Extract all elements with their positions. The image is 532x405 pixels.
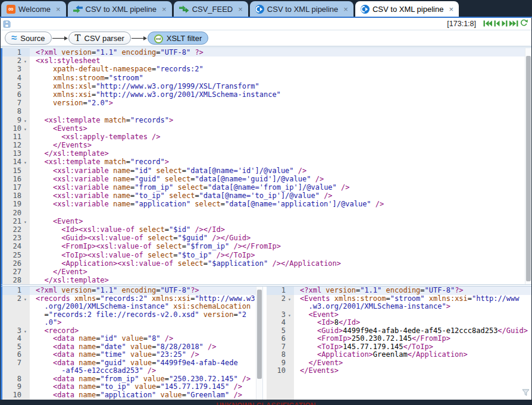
code-line[interactable]: <ToIp><xsl:value-of select="$to_ip" /></… <box>30 251 531 259</box>
tab-label: Welcome <box>18 5 51 14</box>
tab-csv-to-xml-pipeline[interactable]: CSV to XML pipeline× <box>355 1 459 17</box>
code-line[interactable]: xpath-default-namespace="records:2" <box>30 65 531 73</box>
code-line[interactable]: <Guid><xsl:value-of select="$guid" /></G… <box>30 234 531 242</box>
code-line[interactable]: <data name="time" value="23:25" /> <box>30 351 262 359</box>
step-first-button[interactable] <box>483 20 492 27</box>
gutter-line: 19 <box>2 200 30 208</box>
code-line[interactable]: -af45-e12ccc8ad253" /> <box>30 367 262 375</box>
vertical-pane-divider[interactable] <box>262 287 267 400</box>
code-line[interactable]: <xsl:variable name="id" select="data[@na… <box>30 167 531 175</box>
gutter-line: 8 <box>2 375 30 384</box>
close-icon[interactable]: × <box>449 5 453 13</box>
close-icon[interactable]: × <box>343 5 348 13</box>
fold-arrow-icon[interactable]: ▾ <box>21 296 29 304</box>
code-line[interactable]: <?xml version="1.1" encoding="UTF-8" ?> <box>30 48 531 56</box>
code-line[interactable]: <Events xmlns:stroom="stroom" xmlns:xsi=… <box>294 295 531 303</box>
xslt-editor-scrollbar[interactable] <box>525 48 531 284</box>
code-line[interactable]: <Id><xsl:value-of select="$id" /></Id> <box>30 225 531 234</box>
gutter-line: 15 <box>2 167 30 175</box>
fold-arrow-icon[interactable]: ▾ <box>21 328 29 336</box>
step-forward-button[interactable] <box>502 20 508 27</box>
step-location: [173:1:8] <box>447 20 476 28</box>
code-line[interactable]: <xsl:template match="records"> <box>30 116 531 124</box>
code-line[interactable]: </Events> <box>30 141 531 149</box>
code-line[interactable]: <xsl:variable name="to_ip" select="data[… <box>30 191 531 200</box>
tab-csv-to-xml-pipeline[interactable]: CSV to XML pipeline× <box>68 1 172 17</box>
code-line[interactable]: <Event> <box>294 311 531 319</box>
code-line[interactable]: <xsl:variable name="from_ip" select="dat… <box>30 183 531 191</box>
gutter-line <box>2 311 30 319</box>
fold-arrow-icon[interactable]: ▾ <box>286 312 293 320</box>
tab-welcome[interactable]: ∞Welcome× <box>1 1 66 17</box>
pipeline-element-xslt-filter[interactable]: xslXSLT filter <box>148 32 208 45</box>
tab-csv-to-xml-pipeline[interactable]: CSV to XML pipeline× <box>250 1 353 17</box>
tab-csv-feed[interactable]: CSV_FEED× <box>174 1 248 17</box>
xslt-editor[interactable]: 12▾3456789▾10▾11121314▾15161718192021▾22… <box>1 48 531 284</box>
code-line[interactable]: xmlns:xsi="http://www.w3.org/2001/XMLSch… <box>30 90 531 99</box>
output-data-editor[interactable]: 12▾3▾45678910 <?xml version="1.1" encodi… <box>267 287 531 400</box>
code-line[interactable]: </Event> <box>294 359 531 368</box>
input-editor-code[interactable]: <?xml version="1.1" encoding="UTF-8"?><r… <box>30 287 262 400</box>
code-line[interactable]: <records xmlns="records:2" xmlns:xsi="ht… <box>30 295 262 303</box>
code-line[interactable]: <data name="from_ip" value="250.230.72.1… <box>30 375 262 384</box>
source-icon: ≈ <box>11 34 17 43</box>
code-line[interactable]: ="records:2 file://records-v2.0.xsd" ver… <box>30 311 262 319</box>
code-line[interactable]: .w3.org/2001/XMLSchema-instance"> <box>294 303 531 311</box>
code-line[interactable]: <xsl:template match="record"> <box>30 158 531 166</box>
step-last-button[interactable] <box>509 20 518 27</box>
code-line[interactable]: <Event> <box>30 217 531 225</box>
fold-arrow-icon[interactable]: ▾ <box>286 296 293 304</box>
code-line[interactable]: <ToIp>145.77.179.145</ToIp> <box>294 343 531 351</box>
code-line[interactable]: </xsl:template> <box>30 276 531 284</box>
code-line[interactable]: <data name="id" value="8" /> <box>30 335 262 343</box>
code-line[interactable]: <record> <box>30 327 262 335</box>
code-line[interactable]: <Application><xsl:value-of select="$appl… <box>30 259 531 268</box>
code-line[interactable]: <xsl:stylesheet <box>30 56 531 65</box>
code-line[interactable]: <data name="date" value="8/28/2018" /> <box>30 343 262 351</box>
code-line[interactable]: xmlns:xsl="http://www.w3.org/1999/XSL/Tr… <box>30 82 531 90</box>
code-line[interactable]: </Events> <box>294 367 531 375</box>
gutter-line: 6 <box>2 351 30 359</box>
code-line[interactable]: <FromIp><xsl:value-of select="$from_ip" … <box>30 242 531 250</box>
output-editor-code[interactable]: <?xml version="1.1" encoding="UTF-8"?><E… <box>294 287 531 400</box>
input-editor-scrollbar[interactable] <box>256 287 262 400</box>
code-line[interactable]: <Events> <box>30 124 531 133</box>
code-line[interactable]: <?xml version="1.1" encoding="UTF-8"?> <box>294 287 531 295</box>
close-icon[interactable]: × <box>238 5 243 13</box>
gutter-line: 4 <box>267 319 294 327</box>
code-line[interactable]: <Application>Greenlam</Application> <box>294 351 531 359</box>
save-button[interactable] <box>3 20 11 28</box>
scrollbar-thumb[interactable] <box>257 290 262 379</box>
code-line[interactable]: <xsl:variable name="guid" select="data[@… <box>30 175 531 183</box>
input-data-editor[interactable]: 12▾3▾45678910 <?xml version="1.1" encodi… <box>1 287 262 400</box>
pipeline-element-csv-parser[interactable]: TCSV parser <box>68 32 131 45</box>
code-line[interactable]: <xsl:apply-templates /> <box>30 133 531 141</box>
code-line[interactable]: version="2.0"> <box>30 99 531 107</box>
gutter-line: 12 <box>2 141 30 149</box>
code-line[interactable]: .org/2001/XMLSchema-instance" xsi:schema… <box>30 303 262 311</box>
step-back-button[interactable] <box>494 20 500 27</box>
code-line[interactable]: </Event> <box>30 268 531 276</box>
close-icon[interactable]: × <box>162 5 167 13</box>
close-icon[interactable]: × <box>56 5 61 13</box>
code-line[interactable]: .0"> <box>30 319 262 327</box>
code-line[interactable]: <FromIp>250.230.72.145</FromIp> <box>294 335 531 343</box>
code-line[interactable]: <data name="to_ip" value="145.77.179.145… <box>30 383 262 391</box>
code-line[interactable]: <data name="guid" value="4499f9e4-afab-4… <box>30 359 262 368</box>
code-line[interactable]: <?xml version="1.1" encoding="UTF-8"?> <box>30 287 262 295</box>
xslt-editor-code[interactable]: <?xml version="1.1" encoding="UTF-8" ?><… <box>30 48 531 284</box>
gutter-line: 2▾ <box>2 295 30 303</box>
code-line[interactable] <box>30 209 531 217</box>
refresh-button[interactable] <box>520 19 528 27</box>
filter-icon[interactable] <box>522 389 530 398</box>
code-line[interactable]: </xsl:template> <box>30 149 531 158</box>
code-line[interactable]: <Guid>4499f9e4-afab-4ede-af45-e12ccc8ad2… <box>294 327 531 335</box>
code-line[interactable] <box>30 107 531 115</box>
code-line[interactable]: xmlns:stroom="stroom" <box>30 74 531 82</box>
code-line[interactable]: <data name="application" value="Greenlam… <box>30 391 262 400</box>
pipeline-element-label: CSV parser <box>85 34 124 43</box>
pipeline-element-source[interactable]: ≈Source <box>5 32 52 45</box>
code-line[interactable]: <xsl:variable name="application" select=… <box>30 200 531 208</box>
code-line[interactable]: <Id>8</Id> <box>294 319 531 327</box>
scrollbar-thumb[interactable] <box>526 56 531 281</box>
